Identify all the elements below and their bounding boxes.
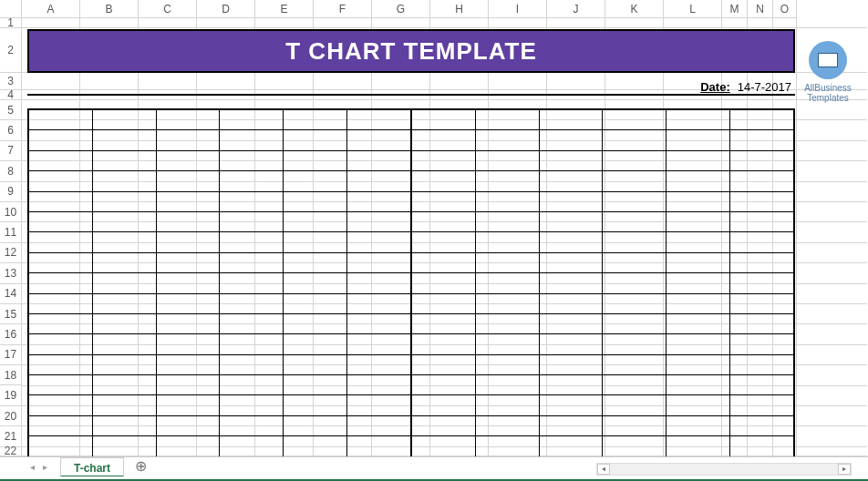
tchart-cell[interactable] [347, 334, 410, 353]
tchart-cell[interactable] [666, 253, 730, 272]
tchart-cell[interactable] [29, 355, 93, 374]
tchart-cell[interactable] [666, 314, 730, 333]
tchart-cell[interactable] [220, 212, 284, 231]
tchart-cell[interactable] [347, 232, 410, 251]
tchart-cell[interactable] [412, 436, 476, 455]
row-header-10[interactable]: 10 [0, 202, 21, 222]
tchart-cell[interactable] [93, 314, 157, 333]
tchart-cell[interactable] [29, 395, 93, 414]
tchart-cell[interactable] [666, 375, 730, 394]
tchart-cell[interactable] [29, 110, 93, 129]
tchart-cell[interactable] [157, 151, 221, 170]
tchart-cell[interactable] [603, 110, 666, 129]
tchart-cell[interactable] [29, 375, 93, 394]
tchart-cell[interactable] [603, 171, 666, 190]
tchart-cell[interactable] [412, 314, 476, 333]
tchart-cell[interactable] [220, 253, 284, 272]
tchart-cell[interactable] [476, 192, 540, 211]
col-header-E[interactable]: E [255, 0, 314, 17]
tchart-cell[interactable] [157, 416, 221, 435]
row-header-11[interactable]: 11 [0, 222, 21, 242]
tchart-cell[interactable] [347, 395, 410, 414]
tchart-cell[interactable] [540, 232, 604, 251]
tchart-cell[interactable] [730, 395, 793, 414]
tchart-cell[interactable] [29, 212, 93, 231]
tchart-cell[interactable] [93, 212, 157, 231]
tchart-cell[interactable] [603, 232, 666, 251]
tchart-cell[interactable] [540, 253, 604, 272]
tchart-cell[interactable] [284, 314, 347, 333]
col-header-L[interactable]: L [664, 0, 722, 17]
tchart-cell[interactable] [666, 212, 730, 231]
col-header-G[interactable]: G [372, 0, 430, 17]
tchart-cell[interactable] [603, 395, 666, 414]
tchart-cell[interactable] [347, 130, 410, 149]
horizontal-scrollbar[interactable]: ◂ ▸ [596, 463, 852, 476]
tchart-cell[interactable] [347, 416, 410, 435]
tchart-cell[interactable] [412, 273, 476, 292]
tchart-cell[interactable] [29, 334, 93, 353]
tchart-cell[interactable] [476, 151, 540, 170]
tchart-cell[interactable] [476, 436, 540, 455]
col-header-O[interactable]: O [773, 0, 797, 17]
col-header-M[interactable]: M [722, 0, 748, 17]
tchart-cell[interactable] [603, 294, 666, 313]
tchart-cell[interactable] [412, 334, 476, 353]
tchart-cell[interactable] [284, 171, 347, 190]
tchart-cell[interactable] [220, 232, 284, 251]
row-header-12[interactable]: 12 [0, 243, 21, 263]
tchart-cell[interactable] [666, 171, 730, 190]
tchart-cell[interactable] [220, 294, 284, 313]
tchart-cell[interactable] [347, 294, 410, 313]
tchart-cell[interactable] [730, 192, 793, 211]
tchart-cell[interactable] [220, 171, 284, 190]
tchart-cell[interactable] [603, 436, 666, 455]
tchart-cell[interactable] [284, 355, 347, 374]
tchart-cell[interactable] [220, 436, 284, 455]
tchart-cell[interactable] [476, 395, 540, 414]
tchart-cell[interactable] [666, 355, 730, 374]
tchart-cell[interactable] [412, 395, 476, 414]
row-header-22[interactable]: 22 [0, 447, 21, 456]
tchart-cell[interactable] [29, 192, 93, 211]
tchart-cell[interactable] [476, 171, 540, 190]
tchart-cell[interactable] [93, 355, 157, 374]
nav-prev-icon[interactable]: ◂ [27, 462, 36, 472]
tchart-cell[interactable] [476, 334, 540, 353]
tchart-cell[interactable] [220, 130, 284, 149]
tchart-cell[interactable] [476, 355, 540, 374]
row-header-7[interactable]: 7 [0, 141, 21, 161]
col-header-K[interactable]: K [605, 0, 664, 17]
tchart-cell[interactable] [93, 395, 157, 414]
tchart-cell[interactable] [540, 273, 604, 292]
tchart-cell[interactable] [157, 355, 221, 374]
tchart-cell[interactable] [29, 273, 93, 292]
tchart-cell[interactable] [540, 212, 604, 231]
tchart-cell[interactable] [540, 171, 604, 190]
sheet-tab-active[interactable]: T-chart [60, 457, 124, 477]
tchart-cell[interactable] [284, 395, 347, 414]
tchart-cell[interactable] [476, 212, 540, 231]
tchart-cell[interactable] [412, 375, 476, 394]
tchart-cell[interactable] [93, 171, 157, 190]
row-header-6[interactable]: 6 [0, 120, 21, 140]
col-header-A[interactable]: A [22, 0, 80, 17]
tchart-cell[interactable] [476, 416, 540, 435]
tchart-cell[interactable] [476, 232, 540, 251]
tchart-cell[interactable] [412, 212, 476, 231]
row-header-9[interactable]: 9 [0, 182, 21, 202]
tchart-cell[interactable] [157, 314, 221, 333]
tchart-cell[interactable] [284, 212, 347, 231]
tchart-cell[interactable] [284, 273, 347, 292]
tchart-cell[interactable] [284, 416, 347, 435]
row-header-8[interactable]: 8 [0, 161, 21, 181]
tchart-cell[interactable] [284, 110, 347, 129]
tchart-cell[interactable] [730, 355, 793, 374]
tchart-cell[interactable] [29, 436, 93, 455]
tchart-cell[interactable] [412, 253, 476, 272]
tchart-cell[interactable] [220, 355, 284, 374]
tchart-cell[interactable] [93, 436, 157, 455]
tchart-cell[interactable] [666, 395, 730, 414]
tchart-cell[interactable] [730, 416, 793, 435]
tchart-cell[interactable] [412, 130, 476, 149]
